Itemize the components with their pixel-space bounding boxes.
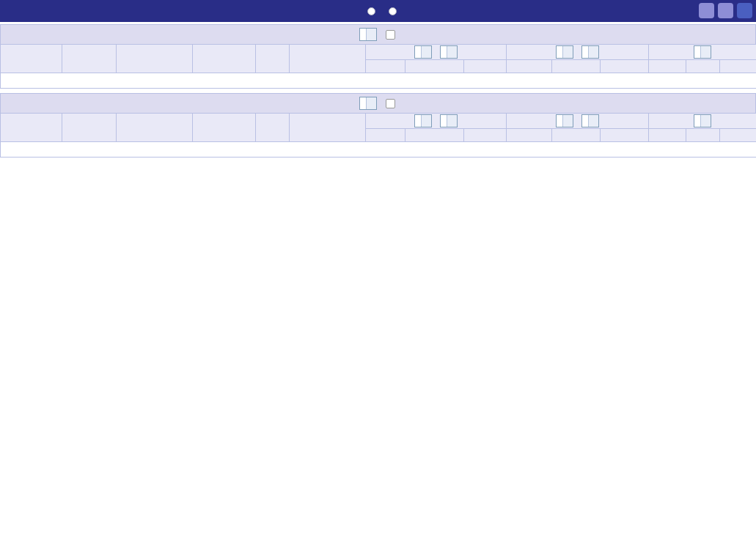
- results-table: [0, 113, 756, 158]
- col-avg-away: [601, 60, 649, 73]
- chevron-down-icon: [421, 46, 431, 58]
- col-avg-away: [601, 129, 649, 142]
- average-stage-select[interactable]: [581, 114, 599, 127]
- chevron-down-icon: [588, 115, 598, 127]
- dortmund-results-section: [0, 93, 756, 158]
- section-filters: [1, 28, 755, 41]
- col-avg-home: [507, 60, 552, 73]
- col-score: [193, 45, 256, 73]
- move-down-button[interactable]: [718, 3, 733, 18]
- col-handicap-result: [686, 60, 720, 73]
- average-select[interactable]: [556, 114, 573, 127]
- table-header: [1, 45, 756, 73]
- average-select[interactable]: [556, 45, 573, 59]
- col-odds-away: [464, 129, 507, 142]
- match-count-select[interactable]: [359, 97, 377, 110]
- col-corner: [256, 114, 290, 142]
- chevron-down-icon: [700, 46, 711, 58]
- section-header: [0, 93, 756, 113]
- match-count-value: [360, 97, 366, 109]
- col-away: [290, 114, 366, 142]
- titlebar-buttons: [699, 3, 752, 18]
- col-home: [117, 114, 193, 142]
- col-date: [62, 45, 117, 73]
- odds-stage-select[interactable]: [440, 114, 458, 127]
- col-odds-line: [405, 60, 464, 73]
- layout-vertical-radio[interactable]: [367, 7, 378, 15]
- results-table: [0, 44, 756, 89]
- checkbox-icon: [386, 30, 395, 40]
- col-odds-away: [464, 60, 507, 73]
- handicap-odds-group: [366, 45, 507, 60]
- col-goals-result: [720, 60, 756, 73]
- col-away: [290, 45, 366, 73]
- match-count-value: [360, 29, 366, 40]
- close-button[interactable]: [737, 3, 752, 18]
- scope-group: [649, 114, 756, 129]
- col-corner: [256, 45, 290, 73]
- chevron-down-icon: [447, 46, 457, 58]
- chevron-down-icon: [447, 115, 457, 127]
- chevron-down-icon: [366, 29, 376, 40]
- col-avg-draw: [552, 129, 601, 142]
- average-odds-group: [507, 114, 649, 129]
- summary-line: [1, 73, 756, 89]
- chevron-down-icon: [588, 46, 598, 58]
- chevron-down-icon: [700, 115, 711, 127]
- col-result: [649, 129, 686, 142]
- summary-line: [1, 142, 756, 158]
- chevron-down-icon: [562, 115, 573, 127]
- col-result: [649, 60, 686, 73]
- same-venue-checkbox[interactable]: [386, 30, 397, 40]
- col-handicap-result: [686, 129, 720, 142]
- col-goals-result: [720, 129, 756, 142]
- col-type: [1, 45, 62, 73]
- handicap-odds-group: [366, 114, 507, 129]
- same-venue-checkbox[interactable]: [386, 99, 397, 108]
- table-header: [1, 114, 756, 142]
- scope-group: [649, 45, 756, 60]
- col-odds-line: [405, 129, 464, 142]
- col-odds-home: [366, 129, 405, 142]
- move-up-button[interactable]: [699, 3, 714, 18]
- chevron-down-icon: [562, 46, 573, 58]
- average-stage-select[interactable]: [581, 45, 599, 59]
- chevron-down-icon: [366, 97, 376, 109]
- section-filters: [1, 97, 755, 110]
- table-footer: [1, 142, 756, 158]
- chevron-down-icon: [421, 115, 431, 127]
- col-home: [117, 45, 193, 73]
- frankfurt-results-section: [0, 24, 756, 89]
- radio-icon: [389, 7, 397, 15]
- match-count-select[interactable]: [359, 28, 377, 41]
- bookmaker-select[interactable]: [414, 114, 432, 127]
- average-odds-group: [507, 45, 649, 60]
- col-date: [62, 114, 117, 142]
- col-type: [1, 114, 62, 142]
- section-header: [0, 24, 756, 44]
- checkbox-icon: [386, 99, 395, 108]
- titlebar: [0, 0, 756, 22]
- col-avg-home: [507, 129, 552, 142]
- col-score: [193, 114, 256, 142]
- col-avg-draw: [552, 60, 601, 73]
- scope-select[interactable]: [694, 45, 711, 59]
- layout-horizontal-radio[interactable]: [389, 7, 400, 15]
- scope-select[interactable]: [694, 114, 711, 127]
- titlebar-center: [0, 7, 756, 15]
- odds-stage-select[interactable]: [440, 45, 458, 59]
- bookmaker-select[interactable]: [414, 45, 432, 59]
- radio-icon: [367, 7, 375, 15]
- table-footer: [1, 73, 756, 89]
- col-odds-home: [366, 60, 405, 73]
